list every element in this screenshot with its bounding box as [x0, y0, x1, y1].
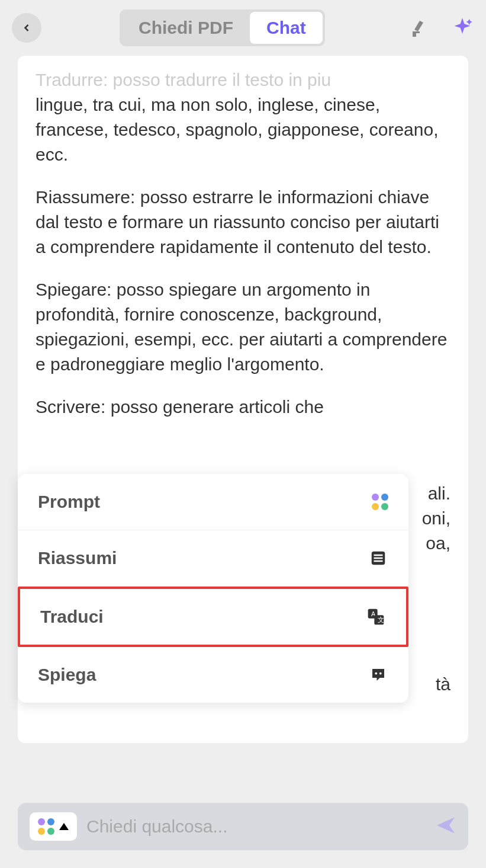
send-icon: [435, 815, 456, 836]
dots-icon: [372, 494, 388, 510]
svg-rect-0: [413, 31, 420, 33]
triangle-up-icon: [59, 823, 69, 830]
dots-icon: [38, 818, 54, 835]
svg-rect-4: [374, 560, 383, 562]
popup-label: Riassumi: [38, 548, 117, 568]
prompt-menu-button[interactable]: [30, 812, 77, 841]
chat-text: lingue, tra cui, ma non solo, inglese, c…: [36, 92, 450, 167]
tab-segment: Chiedi PDF Chat: [120, 9, 325, 46]
svg-point-10: [379, 672, 382, 675]
tab-chiedi-pdf[interactable]: Chiedi PDF: [122, 12, 250, 44]
chat-text-fragment: ali.: [428, 481, 450, 506]
chat-text-fragment: oa,: [426, 531, 450, 556]
chat-text: Riassumere: posso estrarre le informazio…: [36, 185, 450, 260]
chat-text-fragment: tà: [436, 672, 450, 697]
input-bar: Chiedi qualcosa...: [18, 803, 468, 850]
chevron-left-icon: [21, 22, 33, 34]
svg-rect-3: [374, 558, 383, 559]
back-button[interactable]: [12, 13, 41, 43]
popup-item-riassumi[interactable]: Riassumi: [18, 530, 408, 587]
popup-label: Spiega: [38, 665, 96, 685]
prompt-popup: Prompt Riassumi Traduci A文 Spiega: [18, 474, 408, 703]
popup-label: Prompt: [38, 492, 100, 512]
header: Chiedi PDF Chat: [0, 0, 486, 56]
popup-item-traduci[interactable]: Traduci A文: [18, 587, 408, 647]
sparkle-icon[interactable]: [450, 16, 474, 40]
chat-text-faded: Tradurre: posso tradurre il testo in piu: [36, 68, 450, 92]
svg-point-9: [375, 672, 377, 675]
svg-rect-2: [374, 555, 383, 556]
tab-chat[interactable]: Chat: [250, 12, 323, 44]
translate-icon: A文: [366, 607, 386, 627]
chat-text-fragment: oni,: [422, 506, 450, 531]
chat-input[interactable]: Chiedi qualcosa...: [86, 816, 426, 837]
popup-item-prompt[interactable]: Prompt: [18, 474, 408, 530]
speech-icon: [368, 665, 388, 685]
brush-icon[interactable]: [408, 16, 432, 40]
popup-label: Traduci: [40, 607, 104, 627]
popup-item-spiega[interactable]: Spiega: [18, 647, 408, 703]
send-button[interactable]: [435, 815, 456, 838]
svg-text:文: 文: [378, 616, 384, 623]
chat-text: Spiegare: posso spiegare un argomento in…: [36, 277, 450, 377]
chat-text: Scrivere: posso generare articoli che: [36, 395, 450, 419]
list-icon: [368, 548, 388, 568]
